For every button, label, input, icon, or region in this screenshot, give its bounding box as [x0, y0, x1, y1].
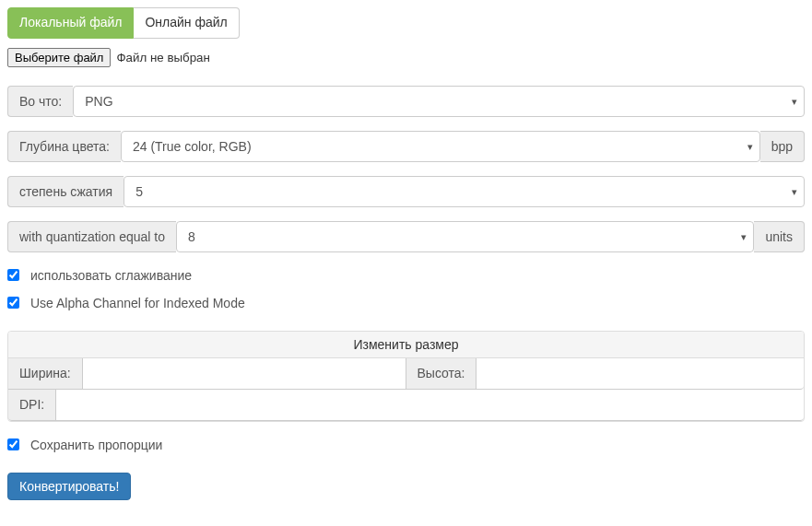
antialias-checkbox-label[interactable]: использовать сглаживание: [26, 266, 192, 285]
compression-select[interactable]: 5: [124, 176, 805, 207]
alpha-text: Use Alpha Channel for Indexed Mode: [30, 296, 245, 310]
color-depth-select[interactable]: 24 (True color, RGB): [121, 131, 760, 162]
output-format-label: Во что:: [7, 86, 73, 117]
color-depth-suffix: bpp: [760, 131, 805, 162]
color-depth-group: Глубина цвета: 24 (True color, RGB) bpp: [7, 131, 805, 162]
quantization-group: with quantization equal to 8 units: [7, 221, 805, 252]
alpha-checkbox[interactable]: [7, 297, 19, 309]
dpi-group: DPI:: [8, 390, 804, 421]
tab-local-file[interactable]: Локальный файл: [7, 7, 134, 39]
width-label: Ширина:: [8, 358, 82, 390]
aspect-checkbox[interactable]: [7, 438, 19, 450]
file-source-tabs: Локальный файл Онлайн файл: [7, 7, 240, 39]
height-input[interactable]: [476, 358, 804, 390]
compression-group: степень сжатия 5: [7, 176, 805, 207]
dpi-input[interactable]: [55, 390, 804, 421]
alpha-checkbox-label[interactable]: Use Alpha Channel for Indexed Mode: [26, 294, 245, 312]
aspect-text: Сохранить пропорции: [30, 438, 162, 452]
width-input[interactable]: [82, 358, 406, 390]
quantization-select[interactable]: 8: [176, 221, 754, 252]
output-format-select[interactable]: PNG: [73, 86, 805, 117]
compression-label: степень сжатия: [7, 176, 124, 207]
output-format-group: Во что: PNG: [7, 86, 805, 117]
width-group: Ширина:: [8, 358, 406, 390]
tab-online-file[interactable]: Онлайн файл: [134, 7, 239, 39]
quantization-suffix: units: [754, 221, 805, 252]
resize-panel: Изменить размер Ширина: Высота: DPI:: [7, 331, 805, 422]
height-group: Высота:: [406, 358, 805, 390]
height-label: Высота:: [406, 358, 477, 390]
aspect-checkbox-label[interactable]: Сохранить пропорции: [26, 436, 162, 454]
convert-button[interactable]: Конвертировать!: [7, 473, 131, 500]
quantization-label: with quantization equal to: [7, 221, 176, 252]
antialias-checkbox[interactable]: [7, 269, 19, 281]
dpi-label: DPI:: [8, 390, 55, 421]
antialias-text: использовать сглаживание: [30, 268, 192, 283]
file-chooser-row: Выберите файл Файл не выбран: [7, 48, 805, 67]
resize-panel-title: Изменить размер: [8, 332, 804, 358]
file-status-text: Файл не выбран: [116, 51, 209, 64]
color-depth-label: Глубина цвета:: [7, 131, 121, 162]
choose-file-button[interactable]: Выберите файл: [7, 48, 111, 67]
